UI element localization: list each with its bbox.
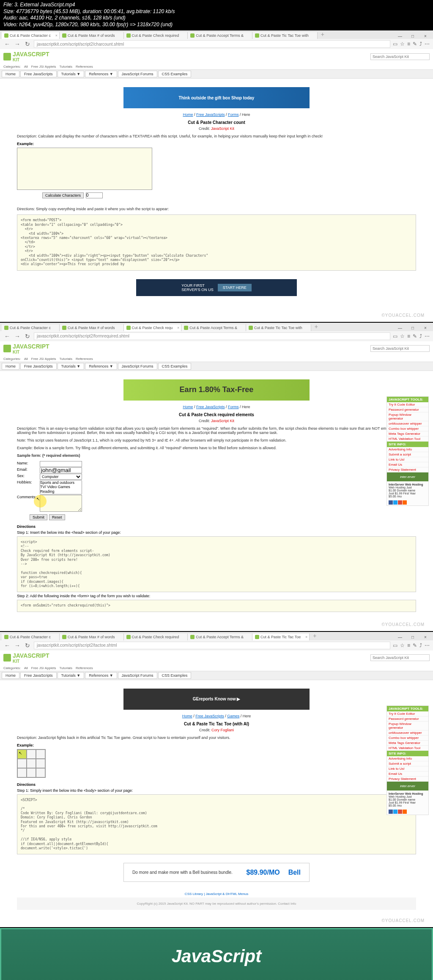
code-block-2[interactable]: <form onSubmit="return checkrequired(thi… [17,600,416,612]
nav-home[interactable]: Home [2,672,19,679]
nav-home[interactable]: Home [2,71,19,77]
reset-button[interactable]: Reset [49,514,65,520]
tab-checkrequired[interactable]: Cut & Paste Check required [124,634,188,640]
tab-acceptterms[interactable]: Cut & Paste Accept Terms & [181,324,246,331]
nav-forums[interactable]: JavaScript Forums [118,363,157,370]
more-icon[interactable]: ⋯ [425,41,430,47]
cat-tutorials[interactable]: Tutorials [60,65,72,69]
sidebar-item[interactable]: Email Us [387,462,428,467]
back-button[interactable]: ← [3,332,11,340]
sidebar-item[interactable]: Advertising Info [387,447,428,452]
submit-button[interactable]: Submit [30,514,47,520]
ad-banner-green[interactable]: Earn 1.80% Tax-Free [123,379,310,401]
reading-view-icon[interactable]: ▭ [393,41,397,47]
close-icon[interactable]: × [55,33,58,38]
cat-free[interactable]: Free JS/ Applets [31,65,56,69]
tab-maxwords[interactable]: Cut & Paste Max # of words [60,32,124,39]
name-input[interactable] [40,461,82,467]
ad-banner-blue[interactable]: Think outside the gift box Shop today [123,87,310,108]
nav-tutorials[interactable]: Tutorials ▼ [58,672,85,679]
sidebar-item[interactable]: Popup Window generator [387,722,428,730]
facebook-icon[interactable] [389,500,393,505]
nav-freescripts[interactable]: Free JavaScripts [20,71,57,77]
new-tab-button[interactable]: + [310,631,320,640]
tab-acceptterms[interactable]: Cut & Paste Accept Terms & [188,32,252,39]
notes-icon[interactable]: ✎ [413,41,417,47]
crumb-home[interactable]: Home [183,405,193,409]
url-input[interactable]: javascriptkit.com/script/script2/formreq… [34,332,390,340]
more-icon[interactable]: ⋯ [425,642,430,648]
tictactoe-cell[interactable]: ↖ [17,749,27,759]
forward-button[interactable]: → [14,332,21,340]
more-icon[interactable]: ⋯ [425,333,430,339]
new-tab-button[interactable]: + [311,322,321,331]
ad-banner-dark[interactable]: GEreports Know now ▶ [123,689,310,710]
share-icon[interactable]: ⤴ [419,642,422,648]
tictactoe-cell[interactable] [36,768,45,777]
search-input[interactable] [370,53,430,60]
tab-checkrequired[interactable]: Cut & Paste Check required [124,32,188,39]
sidebar-item[interactable]: Meta Tags Generator [387,741,428,746]
crumb-freescripts[interactable]: Free JavaScripts [196,405,225,409]
tictactoe-cell[interactable] [36,759,45,768]
nav-forums[interactable]: JavaScript Forums [118,672,157,679]
tab-checkrequired[interactable]: Cut & Paste Check requ× [124,324,182,331]
crumb-home[interactable]: Home [182,714,192,718]
rss-icon[interactable] [403,500,407,505]
url-input[interactable]: javascriptkit.com/script/script2/tactoe.… [34,642,390,649]
hub-icon[interactable]: ≡ [407,41,410,47]
tictactoe-cell[interactable] [27,768,36,777]
sidebar-item[interactable]: Meta Tags Generator [387,431,428,436]
close-icon[interactable]: × [305,635,307,639]
sidebar-item[interactable]: Try It Code Editor [387,402,428,407]
favorite-icon[interactable]: ☆ [400,333,405,339]
server-ad-button[interactable]: START HERE [218,284,252,291]
notes-icon[interactable]: ✎ [413,642,417,648]
nav-freescripts[interactable]: Free JavaScripts [20,363,57,370]
sidebar-item[interactable]: Privacy Statement [387,777,428,782]
back-button[interactable]: ← [3,642,11,649]
nav-references[interactable]: References ▼ [85,672,117,679]
share-icon[interactable]: ⤴ [419,41,422,47]
css-library-link[interactable]: CSS Library | JavaScript & DHTML Menus [17,890,416,898]
reading-view-icon[interactable]: ▭ [393,333,397,339]
code-block-1[interactable]: <script> <!-- Check required form elemen… [17,536,416,592]
nav-references[interactable]: References ▼ [85,363,117,370]
back-button[interactable]: ← [3,40,11,48]
crumb-forms[interactable]: Forms [228,405,239,409]
tab-maxwords[interactable]: Cut & Paste Max # of words [60,324,124,331]
credit-link[interactable]: Cory Fogliani [211,728,234,732]
sidebar-item[interactable]: Link to Us! [387,766,428,771]
hub-icon[interactable]: ≡ [407,642,410,648]
sidebar-ad[interactable]: inter.erver [387,472,428,481]
cat-all[interactable]: All [24,666,28,670]
tictactoe-cell[interactable] [36,749,45,759]
site-logo[interactable]: JAVASCRIPT KIT [3,343,49,354]
hobbies-select[interactable]: Sports and outdoorsTV/ Video GamesReadin… [40,480,82,494]
code-block[interactable]: <SCRIPT> /* Code Written By: Cory Foglia… [17,794,416,855]
crumb-forms[interactable]: Forms [228,113,239,117]
tab-tictactoe[interactable]: Cut & Paste Tic Tac Toe with [252,32,318,39]
sidebar-item[interactable]: Try It Code Editor [387,711,428,716]
nav-freescripts[interactable]: Free JavaScripts [20,672,57,679]
notes-icon[interactable]: ✎ [413,333,417,339]
tictactoe-cell[interactable] [27,749,36,759]
gplus-icon[interactable] [398,500,402,505]
credit-link[interactable]: JavaScript Kit [211,126,234,131]
sidebar-item[interactable]: onMouseover whipper [387,730,428,736]
rss-icon[interactable] [403,810,407,814]
sidebar-item[interactable]: Combo box whipper [387,736,428,741]
nav-css[interactable]: CSS Examples [158,71,192,77]
maximize-button[interactable]: □ [407,325,419,331]
credit-link[interactable]: JavaScript Kit [211,419,234,423]
close-button[interactable]: × [419,325,431,331]
twitter-icon[interactable] [393,810,397,814]
sidebar-item[interactable]: HTML Validation Tool [387,436,428,442]
sidebar-item[interactable]: Email Us [387,771,428,777]
sidebar-item[interactable]: HTML Validation Tool [387,746,428,751]
minimize-button[interactable]: — [394,325,406,331]
forward-button[interactable]: → [14,642,21,649]
sidebar-item[interactable]: onMouseover whipper [387,421,428,426]
cat-tutorials[interactable]: Tutorials [60,666,72,670]
refresh-button[interactable]: ↻ [24,642,31,649]
